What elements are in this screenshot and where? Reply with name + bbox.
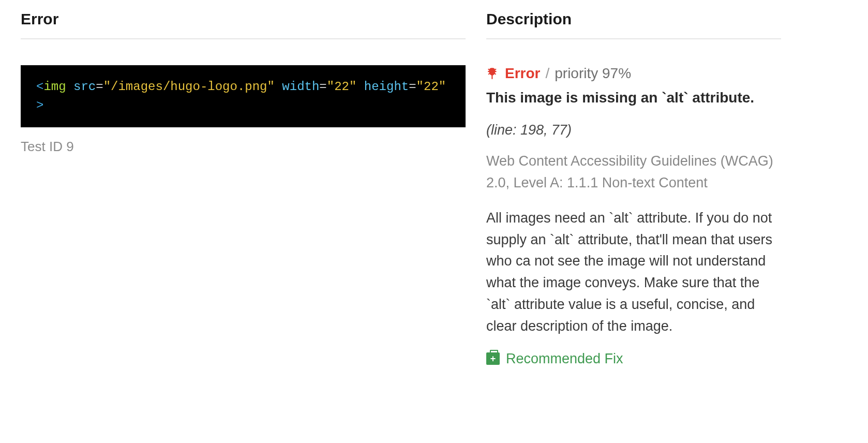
token-string-height: "22" xyxy=(416,80,446,94)
wcag-reference: Web Content Accessibility Guidelines (WC… xyxy=(486,151,781,194)
status-separator: / xyxy=(545,65,549,82)
error-title: This image is missing an `alt` attribute… xyxy=(486,87,781,109)
token-space xyxy=(66,80,73,94)
token-string-width: "22" xyxy=(327,80,357,94)
token-tag: img xyxy=(43,80,66,94)
bug-icon xyxy=(486,67,500,80)
column-header-description: Description xyxy=(486,10,781,39)
token-space xyxy=(275,80,282,94)
status-error-label: Error xyxy=(505,65,540,82)
column-header-error: Error xyxy=(21,10,466,39)
line-info: (line: 198, 77) xyxy=(486,122,781,138)
token-attr-width: width xyxy=(282,80,319,94)
token-space xyxy=(356,80,364,94)
code-snippet: <img src="/images/hugo-logo.png" width="… xyxy=(21,65,466,127)
status-line: Error / priority 97% xyxy=(486,65,781,82)
status-priority: priority 97% xyxy=(555,65,631,82)
token-equals: = xyxy=(319,80,326,94)
error-explanation: All images need an `alt` attribute. If y… xyxy=(486,208,781,337)
medkit-icon xyxy=(486,352,500,365)
test-id-label: Test ID 9 xyxy=(21,139,466,155)
token-attr-height: height xyxy=(364,80,409,94)
token-equals: = xyxy=(96,80,103,94)
token-attr-src: src xyxy=(73,80,96,94)
token-angle-open: < xyxy=(36,80,43,94)
token-string-src: "/images/hugo-logo.png" xyxy=(103,80,275,94)
token-equals: = xyxy=(409,80,416,94)
recommended-fix-link[interactable]: Recommended Fix xyxy=(506,351,623,367)
